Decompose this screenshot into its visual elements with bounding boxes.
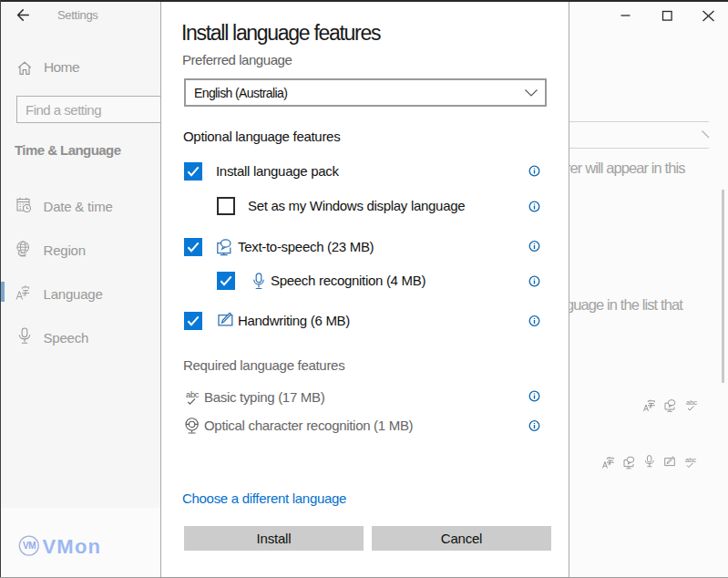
svg-text:abc: abc bbox=[186, 389, 200, 399]
svg-text:VMon: VMon bbox=[43, 535, 102, 558]
svg-text:VM: VM bbox=[23, 541, 36, 551]
